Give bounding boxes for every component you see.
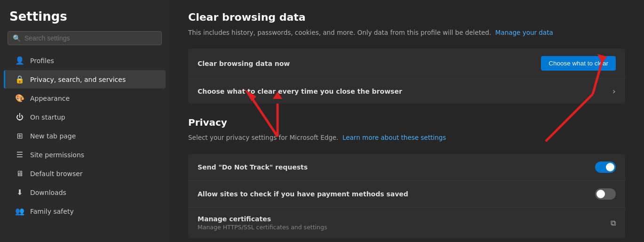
sidebar-item-label-familysafety: Family safety	[30, 208, 74, 215]
clear-now-row: Clear browsing data now Choose what to c…	[188, 48, 625, 79]
clear-every-time-label: Choose what to clear every time you clos…	[198, 88, 402, 95]
sidebar: Settings 🔍 👤Profiles🔒Privacy, search, an…	[0, 0, 169, 242]
sidebar-item-profiles[interactable]: 👤Profiles	[4, 51, 166, 70]
defaultbrowser-icon: 🖥	[15, 169, 24, 178]
search-icon: 🔍	[13, 34, 21, 42]
sidebar-item-privacy[interactable]: 🔒Privacy, search, and services	[4, 70, 166, 89]
main-wrapper: Clear browsing data This includes histor…	[169, 0, 644, 242]
familysafety-icon: 👥	[15, 207, 24, 216]
dnt-row: Send "Do Not Track" requests	[188, 154, 625, 181]
clear-now-label: Clear browsing data now	[198, 60, 290, 67]
certs-info: Manage certificates Manage HTTPS/SSL cer…	[198, 215, 327, 231]
sidebar-item-label-downloads: Downloads	[30, 189, 66, 196]
sidebar-item-startup[interactable]: ⏻On startup	[4, 108, 166, 126]
sidebar-item-familysafety[interactable]: 👥Family safety	[4, 202, 166, 220]
payment-toggle-knob	[596, 190, 605, 198]
startup-icon: ⏻	[15, 113, 24, 121]
certs-row[interactable]: Manage certificates Manage HTTPS/SSL cer…	[188, 208, 625, 238]
sidebar-item-defaultbrowser[interactable]: 🖥Default browser	[4, 164, 166, 183]
certs-sublabel: Manage HTTPS/SSL certificates and settin…	[198, 224, 327, 231]
learn-more-link[interactable]: Learn more about these settings	[342, 134, 446, 141]
privacy-icon: 🔒	[15, 75, 24, 84]
privacy-card: Send "Do Not Track" requests Allow sites…	[188, 154, 625, 238]
sidebar-item-appearance[interactable]: 🎨Appearance	[4, 89, 166, 107]
sidebar-item-label-newtab: New tab page	[30, 132, 76, 140]
clear-browsing-title: Clear browsing data	[188, 11, 625, 23]
app-title: Settings	[0, 6, 169, 31]
chevron-right-icon: ›	[612, 86, 616, 96]
payment-toggle[interactable]	[595, 188, 616, 200]
sidebar-item-label-profiles: Profiles	[30, 57, 54, 65]
dnt-toggle[interactable]	[595, 161, 616, 173]
payment-row: Allow sites to check if you have payment…	[188, 181, 625, 208]
downloads-icon: ⬇	[15, 188, 24, 197]
dnt-toggle-knob	[606, 163, 614, 171]
payment-label: Allow sites to check if you have payment…	[198, 190, 408, 198]
sidebar-item-label-privacy: Privacy, search, and services	[30, 76, 126, 83]
search-box[interactable]: 🔍	[8, 31, 162, 45]
privacy-desc: Select your privacy settings for Microso…	[188, 133, 625, 142]
newtab-icon: ⊞	[15, 131, 24, 140]
choose-what-to-clear-button[interactable]: Choose what to clear	[541, 56, 616, 71]
profiles-icon: 👤	[15, 56, 24, 65]
clear-every-time-row[interactable]: Choose what to clear every time you clos…	[188, 79, 625, 104]
search-input[interactable]	[24, 34, 157, 42]
sidebar-item-label-appearance: Appearance	[30, 95, 70, 102]
clear-browsing-card: Clear browsing data now Choose what to c…	[188, 48, 625, 104]
dnt-label: Send "Do Not Track" requests	[198, 163, 308, 171]
sidebar-item-label-startup: On startup	[30, 113, 65, 121]
sidebar-item-label-defaultbrowser: Default browser	[30, 170, 83, 177]
main-content: Clear browsing data This includes histor…	[169, 0, 644, 242]
clear-browsing-desc: This includes history, passwords, cookie…	[188, 28, 625, 37]
sidebar-item-newtab[interactable]: ⊞New tab page	[4, 127, 166, 145]
sitepermissions-icon: ☰	[15, 150, 24, 159]
privacy-title: Privacy	[188, 117, 625, 128]
nav-list: 👤Profiles🔒Privacy, search, and services🎨…	[0, 51, 169, 221]
sidebar-item-sitepermissions[interactable]: ☰Site permissions	[4, 145, 166, 164]
manage-data-link[interactable]: Manage your data	[495, 29, 553, 36]
sidebar-item-label-sitepermissions: Site permissions	[30, 151, 84, 159]
sidebar-item-downloads[interactable]: ⬇Downloads	[4, 183, 166, 202]
appearance-icon: 🎨	[15, 94, 24, 103]
external-link-icon: ⧉	[611, 218, 616, 227]
certs-label: Manage certificates	[198, 215, 327, 223]
